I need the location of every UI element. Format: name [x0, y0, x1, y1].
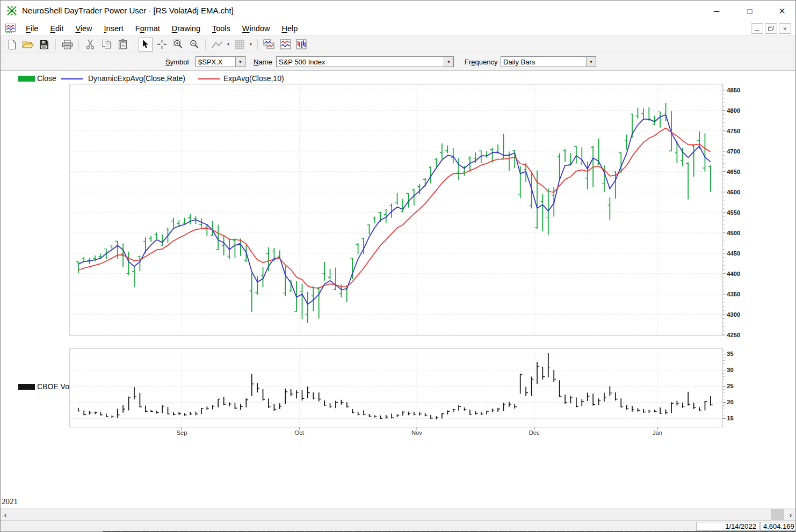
zoom-out-magnifier-button[interactable] [187, 38, 201, 52]
price-panel: 4250430043504400445045004550460046504700… [70, 84, 740, 338]
scrollbar-thumb[interactable] [771, 509, 784, 520]
svg-text:4600: 4600 [727, 189, 740, 195]
horizontal-scrollbar[interactable]: ‹ › [1, 508, 795, 521]
menu-item-file[interactable]: File [20, 24, 44, 33]
volatility-axis-labels: 1520253035 [723, 351, 734, 421]
menu-bar: File Edit View Insert Format Drawing Too… [1, 21, 795, 36]
scroll-left-arrow-icon[interactable]: ‹ [1, 508, 10, 521]
toolbar-separator [55, 39, 56, 50]
pattern-fill-button[interactable] [233, 38, 247, 52]
svg-text:4750: 4750 [727, 128, 740, 134]
mdi-minimize-button[interactable]: – [751, 23, 763, 34]
window-title: NeuroShell DayTrader Power User - [RS Vo… [22, 6, 234, 15]
scroll-right-arrow-icon[interactable]: › [786, 508, 795, 521]
svg-text:20: 20 [727, 399, 733, 405]
menu-item-format[interactable]: Format [129, 24, 166, 33]
trendline-tool-button[interactable] [210, 38, 224, 52]
svg-text:4850: 4850 [727, 87, 740, 93]
mdi-window-buttons: – × [751, 23, 791, 34]
name-label: Name [254, 58, 272, 66]
toolbar-separator [205, 39, 206, 50]
app-icon [6, 5, 18, 17]
year-label: 2021 [2, 497, 18, 506]
symbol-label: Symbol [165, 58, 189, 66]
print-button[interactable] [60, 38, 74, 52]
volatility-panel: 1520253035 [70, 348, 734, 427]
volatility-plot-area[interactable] [70, 348, 723, 427]
svg-text:4250: 4250 [727, 332, 740, 338]
zoom-in-magnifier-button[interactable] [171, 38, 185, 52]
svg-text:Oct: Oct [295, 429, 305, 436]
svg-text:4800: 4800 [727, 107, 740, 114]
svg-text:Nov: Nov [411, 429, 422, 436]
symbol-dropdown-arrow-icon[interactable]: ▼ [235, 57, 245, 67]
name-dropdown-arrow-icon[interactable]: ▼ [444, 57, 453, 67]
save-floppy-button[interactable] [37, 38, 51, 52]
svg-text:4550: 4550 [727, 209, 740, 216]
title-bar: NeuroShell DayTrader Power User - [RS Vo… [1, 1, 795, 21]
mdi-restore-button[interactable] [765, 23, 777, 34]
frequency-value[interactable]: Daily Bars [501, 57, 586, 67]
svg-text:4300: 4300 [727, 311, 740, 318]
trendline-dropdown-caret[interactable]: ▼ [225, 42, 231, 46]
menu-item-insert[interactable]: Insert [98, 24, 129, 33]
new-chart-page-button[interactable] [278, 38, 292, 52]
svg-text:4500: 4500 [727, 230, 740, 236]
window-maximize-button[interactable]: □ [737, 3, 762, 19]
mdi-close-button[interactable]: × [779, 23, 791, 34]
toolbar-separator [257, 39, 258, 50]
menu-item-drawing[interactable]: Drawing [166, 24, 206, 33]
window-close-button[interactable]: × [770, 3, 794, 19]
open-folder-button[interactable] [21, 38, 35, 52]
status-value: 4,604.169 [760, 522, 796, 531]
cascade-charts-button[interactable] [262, 38, 276, 52]
svg-text:4650: 4650 [727, 169, 740, 175]
toolbar-separator [134, 39, 134, 50]
menu-item-edit[interactable]: Edit [44, 24, 69, 33]
svg-text:Jan: Jan [653, 429, 662, 436]
svg-text:4400: 4400 [727, 271, 740, 277]
toolbar-separator [78, 39, 79, 50]
svg-text:Sep: Sep [177, 429, 187, 436]
copy-pages-button[interactable] [99, 38, 113, 52]
new-bar-chart-button[interactable] [294, 38, 308, 52]
x-axis-month-labels: SepOctNovDecJan [177, 427, 662, 436]
new-document-button[interactable] [5, 38, 19, 52]
crosshair-button[interactable] [155, 38, 169, 52]
cut-scissors-button[interactable] [83, 38, 97, 52]
symbol-bar: Symbol $SPX.X ▼ Name S&P 500 Index ▼ Fre… [1, 53, 795, 71]
symbol-value[interactable]: $SPX.X [196, 57, 235, 67]
menu-item-help[interactable]: Help [276, 24, 303, 33]
svg-text:15: 15 [727, 415, 733, 421]
chart-document-icon [5, 24, 16, 33]
menu-item-window[interactable]: Window [236, 24, 276, 33]
toolbar: ▼ ▼ [1, 36, 795, 53]
frequency-combobox[interactable]: Daily Bars ▼ [501, 56, 596, 67]
name-combobox[interactable]: S&P 500 Index ▼ [276, 56, 454, 67]
svg-text:4450: 4450 [727, 250, 740, 257]
menu-items: File Edit View Insert Format Drawing Too… [20, 21, 303, 35]
menu-item-view[interactable]: View [69, 24, 98, 33]
name-value[interactable]: S&P 500 Index [277, 57, 444, 67]
chart-canvas[interactable]: 4250430043504400445045004550460046504700… [1, 70, 796, 507]
status-bar: 1/14/2022 4,604.169 [1, 520, 795, 531]
application-window: NeuroShell DayTrader Power User - [RS Vo… [0, 0, 796, 532]
svg-text:35: 35 [727, 351, 733, 357]
symbol-combobox[interactable]: $SPX.X ▼ [196, 56, 245, 67]
pointer-arrow-button[interactable] [139, 38, 153, 52]
svg-text:4700: 4700 [727, 148, 740, 155]
status-date: 1/14/2022 [696, 522, 759, 531]
svg-text:25: 25 [727, 383, 733, 389]
frequency-dropdown-arrow-icon[interactable]: ▼ [586, 57, 596, 67]
svg-text:4350: 4350 [727, 291, 740, 297]
price-axis-labels: 4250430043504400445045004550460046504700… [723, 86, 741, 338]
frequency-label: Frequency [465, 58, 497, 66]
svg-text:Dec: Dec [529, 429, 540, 436]
paste-clipboard-button[interactable] [115, 38, 129, 52]
menu-item-tools[interactable]: Tools [206, 24, 236, 33]
svg-text:30: 30 [727, 367, 733, 373]
price-plot-area[interactable] [70, 84, 723, 336]
window-minimize-button[interactable]: ─ [704, 3, 729, 19]
pattern-dropdown-caret[interactable]: ▼ [248, 42, 254, 46]
